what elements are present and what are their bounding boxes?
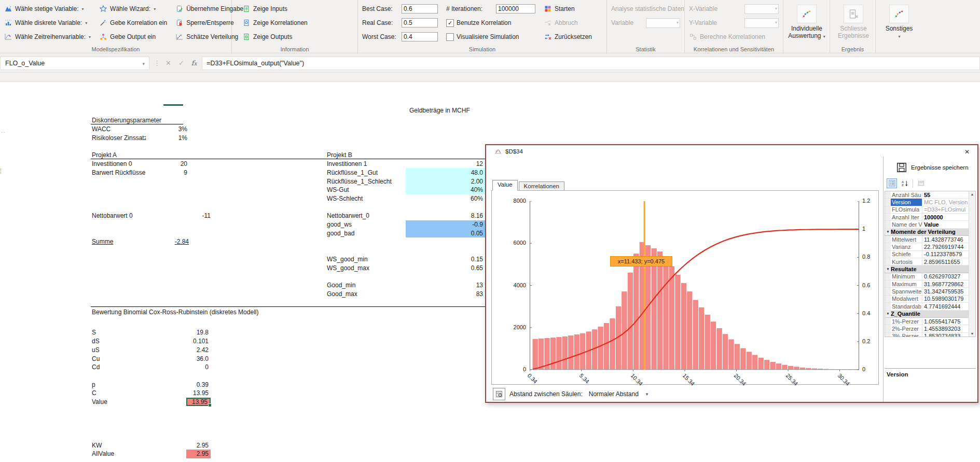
show-outputs-button[interactable]: Zeige Outputs bbox=[242, 32, 308, 41]
scroll-up-icon[interactable]: ▲ bbox=[971, 192, 974, 196]
iterations-input[interactable] bbox=[496, 4, 535, 13]
sheet-row[interactable]: p0.39 bbox=[92, 380, 211, 389]
sheet-row[interactable]: C13.95 bbox=[92, 389, 211, 398]
sheet-row[interactable] bbox=[327, 272, 485, 281]
tab-value[interactable]: Value bbox=[492, 180, 518, 191]
property-row[interactable]: 2%-Perzer1.4553893203 bbox=[885, 325, 975, 332]
property-category-row[interactable]: ▾Momente der Verteilung bbox=[885, 229, 975, 236]
sheet-row[interactable]: Cu36.0 bbox=[92, 354, 211, 363]
sheet-row[interactable]: Good_min13 bbox=[327, 281, 485, 290]
formula-bar-handle[interactable]: ⋮ bbox=[149, 59, 164, 67]
sheet-row[interactable] bbox=[92, 142, 211, 151]
choose-wizard-button[interactable]: Wähle Wizard:▾ bbox=[99, 4, 167, 13]
categorized-view-icon[interactable] bbox=[887, 178, 897, 188]
start-button[interactable]: Starten bbox=[544, 4, 592, 13]
sheet-row[interactable]: dS0.101 bbox=[92, 337, 211, 346]
individual-evaluation-button[interactable]: Individuelle Auswertung ▾ bbox=[788, 3, 826, 40]
tab-korrelationen[interactable]: Korrelationen bbox=[519, 181, 564, 191]
chart-options-button[interactable] bbox=[493, 388, 505, 400]
property-row[interactable]: Name der VValue bbox=[885, 221, 975, 228]
property-row[interactable]: Standardab4.7741692444 bbox=[885, 303, 975, 310]
projekt-b-block[interactable]: Projekt BInvestitionen 112Rückflüsse_1_G… bbox=[327, 151, 485, 298]
sheet-row[interactable]: Diskontierungsparameter bbox=[92, 116, 211, 125]
dialog-title-bar[interactable]: $D$34 bbox=[486, 145, 977, 158]
sheet-row[interactable]: Projekt A bbox=[92, 151, 211, 160]
enter-correlation-button[interactable]: Gebe Korrelation ein bbox=[99, 18, 167, 27]
real-case-input[interactable] bbox=[402, 18, 438, 27]
show-inputs-button[interactable]: Zeige Inputs bbox=[242, 4, 308, 13]
sheet-row[interactable]: Projekt B bbox=[327, 151, 485, 160]
choose-continuous-variable-button[interactable]: Wähle stetige Variable:▾ bbox=[4, 4, 91, 13]
sheet-row[interactable]: Investitionen 112 bbox=[327, 160, 485, 169]
property-row[interactable]: Maximum31.9687729862 bbox=[885, 281, 975, 288]
sheet-row[interactable]: KW2.95 bbox=[92, 441, 211, 450]
sheet-row[interactable] bbox=[92, 432, 211, 441]
sheet-row[interactable]: WS-Gut40% bbox=[327, 186, 485, 194]
sheet-row[interactable]: Value13.95 bbox=[92, 398, 211, 407]
dialog-close-button[interactable]: ✕ bbox=[962, 148, 972, 156]
choose-timeseries-variable-button[interactable]: Wähle Zeitreihenvariable:▾ bbox=[4, 32, 91, 41]
sheet-row[interactable]: Nettobarwert_08.16 bbox=[327, 212, 485, 220]
property-grid-scrollbar[interactable]: ▲ ▼ bbox=[969, 191, 975, 337]
sheet-row[interactable]: Summe-2.84 bbox=[92, 237, 211, 246]
property-row[interactable]: Schiefe-0.1123378579 bbox=[885, 251, 975, 258]
left-data-block[interactable]: DiskontierungsparameterWACC3%Risikoloser… bbox=[92, 116, 211, 246]
sheet-row[interactable]: S19.8 bbox=[92, 328, 211, 337]
choose-discrete-variable-button[interactable]: Wähle diskrete Variable:▾ bbox=[4, 18, 91, 27]
sheet-row[interactable] bbox=[92, 229, 211, 237]
sheet-row[interactable]: good_bad0.05 bbox=[327, 229, 485, 237]
property-row[interactable]: VersionMC FLO, Version bbox=[885, 199, 975, 206]
property-row[interactable]: Anzahl Iter100000 bbox=[885, 214, 975, 221]
property-row[interactable]: FLOsimula=D33+FLOsimul bbox=[885, 206, 975, 214]
sheet-row[interactable] bbox=[92, 203, 211, 212]
formula-input[interactable]: =D33+FLOsimula_output("Value") bbox=[202, 57, 980, 70]
sheet-row[interactable]: Investitionen 020 bbox=[92, 160, 211, 169]
statistics-property-grid[interactable]: Anzahl Säu55VersionMC FLO, VersionFLOsim… bbox=[885, 191, 976, 337]
property-category-row[interactable]: ▾Resultate bbox=[885, 265, 975, 273]
sheet-row[interactable] bbox=[327, 237, 485, 246]
sheet-row[interactable] bbox=[327, 246, 485, 255]
alphabetical-sort-icon[interactable]: AZ bbox=[900, 179, 909, 188]
sheet-row[interactable]: good_ws-0.9 bbox=[327, 220, 485, 229]
sheet-row[interactable]: Nettobarwert 0-11 bbox=[92, 212, 211, 220]
best-case-input[interactable] bbox=[402, 4, 438, 13]
property-row[interactable]: Mittelwert11.4328773746 bbox=[885, 236, 975, 243]
sheet-row[interactable] bbox=[92, 177, 211, 186]
bar-spacing-dropdown[interactable]: Normaler Abstand ▾ bbox=[587, 389, 651, 399]
sheet-row[interactable]: Risikoloser Zinssatz1% bbox=[92, 133, 211, 142]
name-box-dropdown-icon[interactable]: ▾ bbox=[142, 61, 145, 66]
sheet-row[interactable]: Good_max83 bbox=[327, 290, 485, 299]
sheet-row[interactable] bbox=[92, 415, 211, 424]
sheet-row[interactable] bbox=[92, 220, 211, 229]
property-category-row[interactable]: ▾Z_Quantile bbox=[885, 311, 975, 318]
property-row[interactable]: Kurtosis2.8596511655 bbox=[885, 258, 975, 265]
property-row[interactable]: Modalwert10.5989030179 bbox=[885, 296, 975, 303]
scroll-down-icon[interactable]: ▼ bbox=[971, 332, 974, 335]
sheet-row[interactable]: Rückflüsse_1_Schlecht2.00 bbox=[327, 177, 485, 186]
name-box[interactable]: FLO_o_Value ▾ bbox=[0, 57, 149, 70]
sheet-row[interactable]: uS2.42 bbox=[92, 345, 211, 354]
sheet-row[interactable] bbox=[92, 372, 211, 381]
other-options-button[interactable]: Sonstiges▾ bbox=[880, 3, 918, 40]
sheet-row[interactable] bbox=[92, 406, 211, 415]
sheet-row[interactable]: WS_good_max0.65 bbox=[327, 263, 485, 272]
property-row[interactable]: Minimum0.6262970327 bbox=[885, 273, 975, 281]
enter-output-button[interactable]: Gebe Output ein bbox=[99, 32, 167, 41]
sheet-row[interactable]: Rückflüsse_1_Gut48.0 bbox=[327, 168, 485, 177]
property-row[interactable]: Spannweite31.3424759535 bbox=[885, 288, 975, 295]
sheet-row[interactable] bbox=[92, 424, 211, 432]
sheet-row[interactable]: WACC3% bbox=[92, 125, 211, 134]
sheet-row[interactable]: Barwert Rückflüsse 09 bbox=[92, 168, 211, 177]
visualize-simulation-checkbox[interactable] bbox=[446, 33, 454, 41]
worst-case-input[interactable] bbox=[402, 32, 438, 41]
save-results-button[interactable]: Ergebnisse speichern bbox=[896, 162, 969, 173]
sheet-row[interactable] bbox=[92, 186, 211, 194]
sheet-row[interactable] bbox=[327, 203, 485, 212]
show-correlations-button[interactable]: Zeige Korrelationen bbox=[242, 18, 308, 27]
sheet-row[interactable]: Cd0 bbox=[92, 363, 211, 372]
reset-button[interactable]: Zurücksetzen bbox=[544, 32, 592, 41]
sheet-row[interactable]: WS_good_min0.15 bbox=[327, 255, 485, 264]
property-row[interactable]: 3%-Perzer1.8530734833 bbox=[885, 333, 975, 337]
sheet-row[interactable]: WS-Schlecht60% bbox=[327, 194, 485, 203]
use-correlation-checkbox[interactable]: ✓ bbox=[446, 19, 454, 27]
